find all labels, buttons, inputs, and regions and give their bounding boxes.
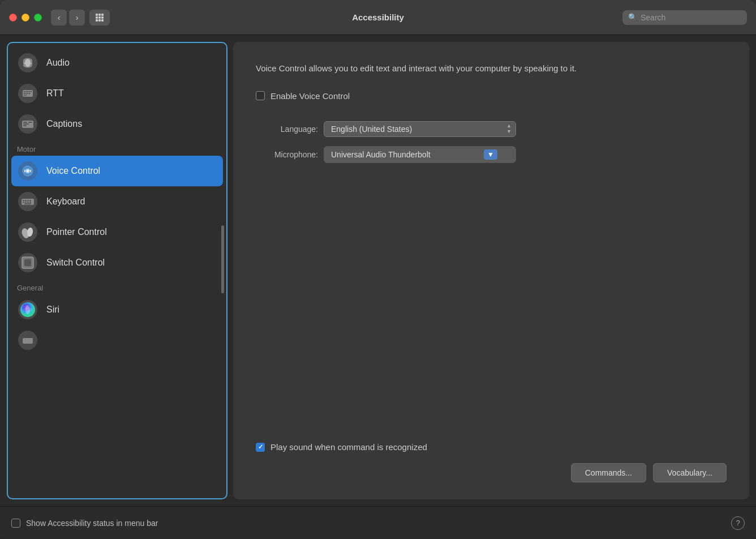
switch-control-icon <box>17 252 38 273</box>
svg-rect-14 <box>25 91 27 92</box>
enable-voice-control-label: Enable Voice Control <box>270 91 350 101</box>
svg-rect-38 <box>27 200 29 201</box>
forward-button[interactable]: › <box>69 10 85 25</box>
svg-rect-1 <box>98 14 101 16</box>
sidebar-keyboard-label: Keyboard <box>46 196 85 207</box>
svg-rect-3 <box>96 16 98 19</box>
play-sound-label: Play sound when command is recognized <box>270 442 427 452</box>
rtt-icon <box>17 83 38 104</box>
close-button[interactable] <box>9 14 17 22</box>
language-select-wrapper[interactable]: English (United States) ▲ ▼ <box>324 121 516 137</box>
general-section-header: General <box>8 278 226 294</box>
help-button[interactable]: ? <box>731 516 745 530</box>
keyboard-icon <box>17 191 38 212</box>
traffic-lights <box>9 14 42 22</box>
partial-icon <box>17 330 38 351</box>
sidebar-item-siri[interactable]: Siri <box>8 294 226 325</box>
search-box[interactable]: 🔍 <box>622 10 747 25</box>
svg-rect-20 <box>27 93 28 94</box>
footer-checkbox-row: Show Accessibility status in menu bar <box>11 519 158 528</box>
svg-point-33 <box>27 170 29 172</box>
grid-view-button[interactable] <box>89 10 110 25</box>
enable-voice-control-checkbox[interactable] <box>256 91 265 100</box>
svg-rect-7 <box>98 19 101 22</box>
sidebar-voice-control-label: Voice Control <box>46 166 100 176</box>
microphone-value: Universal Audio Thunderbolt <box>331 150 431 159</box>
captions-icon <box>17 113 38 135</box>
vocabulary-button[interactable]: Vocabulary... <box>653 463 727 482</box>
sidebar-captions-label: Captions <box>46 119 82 129</box>
window-title: Accessibility <box>352 12 404 22</box>
svg-rect-2 <box>101 14 104 16</box>
microphone-dropdown[interactable]: Universal Audio Thunderbolt ▼ <box>324 146 516 163</box>
language-select[interactable]: English (United States) <box>324 121 516 137</box>
sidebar-item-captions[interactable]: Captions <box>8 109 226 139</box>
svg-rect-29 <box>28 122 32 123</box>
microphone-dropdown-arrow: ▼ <box>484 149 497 160</box>
motor-section-header: Motor <box>8 139 226 156</box>
sidebar-audio-label: Audio <box>46 58 70 68</box>
svg-rect-41 <box>25 202 27 203</box>
svg-rect-43 <box>29 202 31 203</box>
svg-point-54 <box>23 307 32 312</box>
nav-buttons: ‹ › <box>51 10 110 25</box>
svg-rect-21 <box>29 93 30 94</box>
svg-rect-6 <box>96 19 98 22</box>
svg-rect-56 <box>23 338 33 344</box>
svg-rect-8 <box>101 19 104 22</box>
voice-control-icon <box>17 160 38 182</box>
sidebar-item-rtt[interactable]: RTT <box>8 78 226 109</box>
titlebar: ‹ › Accessibility 🔍 <box>0 0 756 35</box>
sidebar-item-partial[interactable] <box>8 325 226 356</box>
sidebar-item-pointer-control[interactable]: Pointer Control <box>8 217 226 247</box>
svg-rect-28 <box>23 125 27 126</box>
maximize-button[interactable] <box>34 14 42 22</box>
svg-rect-16 <box>29 91 30 92</box>
bottom-section: Play sound when command is recognized Co… <box>256 431 727 482</box>
microphone-select-wrapper[interactable]: Universal Audio Thunderbolt ▼ <box>324 146 516 163</box>
search-input[interactable] <box>641 13 741 22</box>
svg-rect-27 <box>23 123 29 125</box>
language-label: Language: <box>256 125 318 134</box>
siri-icon <box>17 299 38 320</box>
svg-rect-17 <box>31 91 32 92</box>
footer: Show Accessibility status in menu bar ? <box>0 506 756 539</box>
action-buttons: Commands... Vocabulary... <box>256 463 727 482</box>
audio-icon <box>17 52 38 74</box>
svg-rect-0 <box>96 14 98 16</box>
svg-point-10 <box>25 59 31 67</box>
sidebar-scroll[interactable]: Audio <box>8 43 226 498</box>
svg-rect-13 <box>24 91 25 92</box>
sidebar-item-switch-control[interactable]: Switch Control <box>8 247 226 278</box>
svg-rect-36 <box>23 200 24 201</box>
svg-rect-15 <box>27 91 28 92</box>
search-icon: 🔍 <box>628 13 637 22</box>
pointer-control-icon <box>17 221 38 243</box>
svg-rect-37 <box>25 200 27 201</box>
microphone-label: Microphone: <box>256 150 318 159</box>
sidebar-switch-control-label: Switch Control <box>46 258 105 268</box>
sidebar-rtt-label: RTT <box>46 88 64 99</box>
back-button[interactable]: ‹ <box>51 10 67 25</box>
enable-voice-control-row: Enable Voice Control <box>256 91 727 101</box>
form-section: Language: English (United States) ▲ ▼ Mi… <box>256 121 727 163</box>
sidebar: Audio <box>7 42 227 499</box>
sidebar-siri-label: Siri <box>46 305 59 315</box>
scrollbar-track[interactable] <box>221 225 224 293</box>
sidebar-item-keyboard[interactable]: Keyboard <box>8 186 226 217</box>
svg-rect-50 <box>24 259 31 266</box>
svg-rect-44 <box>24 203 31 204</box>
sidebar-item-voice-control[interactable]: Voice Control <box>11 156 223 186</box>
svg-rect-19 <box>25 93 27 94</box>
show-status-checkbox[interactable] <box>11 519 20 528</box>
minimize-button[interactable] <box>22 14 29 22</box>
svg-rect-40 <box>23 202 24 203</box>
svg-rect-22 <box>24 95 25 96</box>
svg-rect-26 <box>23 122 27 123</box>
play-sound-checkbox[interactable] <box>256 443 265 452</box>
show-status-label: Show Accessibility status in menu bar <box>26 519 158 528</box>
main-window: ‹ › Accessibility 🔍 <box>0 0 756 539</box>
commands-button[interactable]: Commands... <box>571 463 646 482</box>
sidebar-item-audio[interactable]: Audio <box>8 48 226 78</box>
svg-rect-5 <box>101 16 104 19</box>
